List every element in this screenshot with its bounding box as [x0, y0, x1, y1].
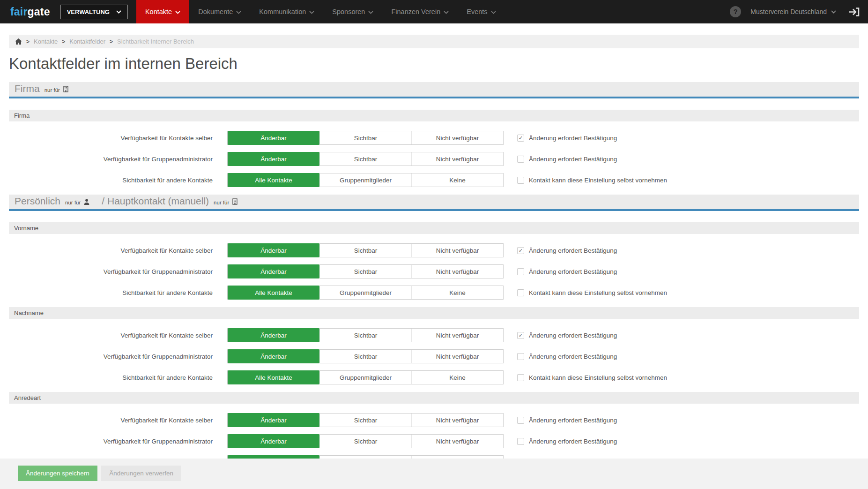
option-alle-kontakte[interactable]: Alle Kontakte [228, 286, 319, 300]
nav-item-kontakte[interactable]: Kontakte [136, 0, 189, 23]
option-alle-kontakte[interactable]: Alle Kontakte [228, 173, 319, 187]
option-sichtbar[interactable]: Sichtbar [319, 131, 411, 144]
option-keine[interactable]: Keine [411, 173, 503, 187]
option-nicht-verfügbar[interactable]: Nicht verfügbar [411, 435, 503, 448]
setting-row: Sichtbarkeit für andere Kontakte Alle Ko… [9, 286, 859, 300]
section-title: / Hauptkontakt (manuell) [102, 196, 209, 207]
nav-item-label: Finanzen Verein [391, 8, 440, 15]
building-icon [63, 86, 68, 94]
option-sichtbar[interactable]: Sichtbar [319, 350, 411, 363]
option-änderbar[interactable]: Änderbar [228, 264, 319, 278]
option-keine[interactable]: Keine [411, 371, 503, 384]
chevron-down-icon [236, 11, 241, 14]
setting-checkbox[interactable] [517, 417, 524, 424]
logout-icon[interactable] [848, 8, 860, 16]
workspace-label: VERWALTUNG [67, 8, 110, 15]
option-änderbar[interactable]: Änderbar [228, 131, 319, 145]
breadcrumb-item-sichtbarkeit-interner-bereich: Sichtbarkeit Interner Bereich [117, 38, 194, 45]
setting-checkbox[interactable] [517, 353, 524, 360]
option-nicht-verfügbar[interactable]: Nicht verfügbar [411, 244, 503, 257]
option-alle-kontakte[interactable]: Alle Kontakte [228, 370, 319, 384]
option-änderbar[interactable]: Änderbar [228, 328, 319, 342]
checkbox-wrap: Änderung erfordert Bestätigung [517, 268, 617, 275]
checkbox-wrap: Änderung erfordert Bestätigung [517, 353, 617, 360]
nav-item-events[interactable]: Events [458, 0, 504, 23]
nav-item-dokumente[interactable]: Dokumente [189, 0, 250, 23]
setting-row-label: Verfügbarkeit für Gruppenadministrator [9, 156, 213, 163]
option-änderbar[interactable]: Änderbar [228, 243, 319, 257]
nur-fuer-label: nur für [45, 87, 60, 93]
setting-checkbox[interactable]: ✓ [517, 332, 524, 339]
section-header-part: / Hauptkontakt (manuell)nur für [102, 196, 237, 207]
checkbox-wrap: Kontakt kann diese Einstellung selbst vo… [517, 374, 667, 381]
chevron-down-icon [116, 10, 121, 14]
option-nicht-verfügbar[interactable]: Nicht verfügbar [411, 152, 503, 166]
option-gruppenmitglieder[interactable]: Gruppenmitglieder [319, 286, 411, 299]
option-button-group: ÄnderbarSichtbarNicht verfügbar [227, 413, 504, 427]
nav-item-label: Kontakte [145, 8, 172, 15]
checkbox-label: Kontakt kann diese Einstellung selbst vo… [529, 177, 667, 184]
section-title: Firma [15, 83, 40, 94]
option-sichtbar[interactable]: Sichtbar [319, 435, 411, 448]
option-sichtbar[interactable]: Sichtbar [319, 152, 411, 166]
setting-checkbox[interactable] [517, 289, 524, 296]
chevron-down-icon [309, 11, 314, 14]
nav-item-kommunikation[interactable]: Kommunikation [250, 0, 323, 23]
option-keine[interactable]: Keine [411, 286, 503, 299]
account-name: Musterverein Deutschland [750, 8, 827, 15]
discard-changes-button[interactable]: Änderungen verwerfen [101, 466, 181, 481]
option-änderbar[interactable]: Änderbar [228, 413, 319, 427]
option-gruppenmitglieder[interactable]: Gruppenmitglieder [319, 371, 411, 384]
option-sichtbar[interactable]: Sichtbar [319, 265, 411, 278]
option-nicht-verfügbar[interactable]: Nicht verfügbar [411, 265, 503, 278]
field-group: Nachname Verfügbarkeit für Kontakte selb… [9, 307, 859, 384]
nav-item-label: Events [467, 8, 487, 15]
save-changes-button[interactable]: Änderungen speichern [18, 466, 97, 481]
help-icon[interactable]: ? [730, 6, 741, 17]
checkbox-label: Kontakt kann diese Einstellung selbst vo… [529, 289, 667, 296]
field-group-name: Nachname [9, 307, 859, 319]
section-header: Firmanur für [9, 82, 859, 98]
option-sichtbar[interactable]: Sichtbar [319, 244, 411, 257]
breadcrumb-item-kontaktfelder[interactable]: Kontaktfelder [69, 38, 105, 45]
option-button-group: ÄnderbarSichtbarNicht verfügbar [227, 264, 504, 278]
setting-checkbox[interactable] [517, 177, 524, 184]
option-sichtbar[interactable]: Sichtbar [319, 414, 411, 427]
setting-row: Verfügbarkeit für Gruppenadministrator Ä… [9, 264, 859, 278]
nav-item-finanzen-verein[interactable]: Finanzen Verein [382, 0, 458, 23]
setting-row: Verfügbarkeit für Kontakte selber Änderb… [9, 413, 859, 427]
nur-fuer-label: nur für [65, 200, 81, 205]
workspace-dropdown[interactable]: VERWALTUNG [60, 5, 128, 19]
option-nicht-verfügbar[interactable]: Nicht verfügbar [411, 350, 503, 363]
setting-row: Verfügbarkeit für Gruppenadministrator Ä… [9, 152, 859, 166]
breadcrumb-separator: > [110, 38, 113, 45]
option-änderbar[interactable]: Änderbar [228, 349, 319, 363]
setting-checkbox[interactable] [517, 268, 524, 275]
setting-checkbox[interactable] [517, 438, 524, 445]
option-nicht-verfügbar[interactable]: Nicht verfügbar [411, 329, 503, 342]
setting-row: Verfügbarkeit für Kontakte selber Änderb… [9, 131, 859, 145]
setting-checkbox[interactable] [517, 374, 524, 381]
option-nicht-verfügbar[interactable]: Nicht verfügbar [411, 414, 503, 427]
field-group-name: Vorname [9, 222, 859, 234]
breadcrumb-item-kontakte[interactable]: Kontakte [34, 38, 58, 45]
nav-item-sponsoren[interactable]: Sponsoren [323, 0, 382, 23]
option-nicht-verfügbar[interactable]: Nicht verfügbar [411, 131, 503, 144]
option-button-group: ÄnderbarSichtbarNicht verfügbar [227, 243, 504, 257]
option-sichtbar[interactable]: Sichtbar [319, 329, 411, 342]
setting-row: Verfügbarkeit für Kontakte selber Änderb… [9, 243, 859, 257]
setting-checkbox[interactable]: ✓ [517, 247, 524, 254]
option-gruppenmitglieder[interactable]: Gruppenmitglieder [319, 173, 411, 187]
page-title: Kontaktfelder im internen Bereich [9, 55, 859, 73]
option-änderbar[interactable]: Änderbar [228, 152, 319, 166]
field-group-name: Anredeart [9, 392, 859, 404]
setting-checkbox[interactable] [517, 156, 524, 163]
option-änderbar[interactable]: Änderbar [228, 434, 319, 448]
setting-checkbox[interactable]: ✓ [517, 135, 524, 142]
account-dropdown[interactable]: Musterverein Deutschland [750, 8, 836, 15]
home-icon[interactable] [15, 38, 22, 45]
setting-row-label: Verfügbarkeit für Kontakte selber [9, 247, 213, 254]
setting-row-label: Sichtbarkeit für andere Kontakte [9, 177, 213, 184]
setting-row-label: Verfügbarkeit für Kontakte selber [9, 417, 213, 424]
checkbox-wrap: Kontakt kann diese Einstellung selbst vo… [517, 289, 667, 296]
